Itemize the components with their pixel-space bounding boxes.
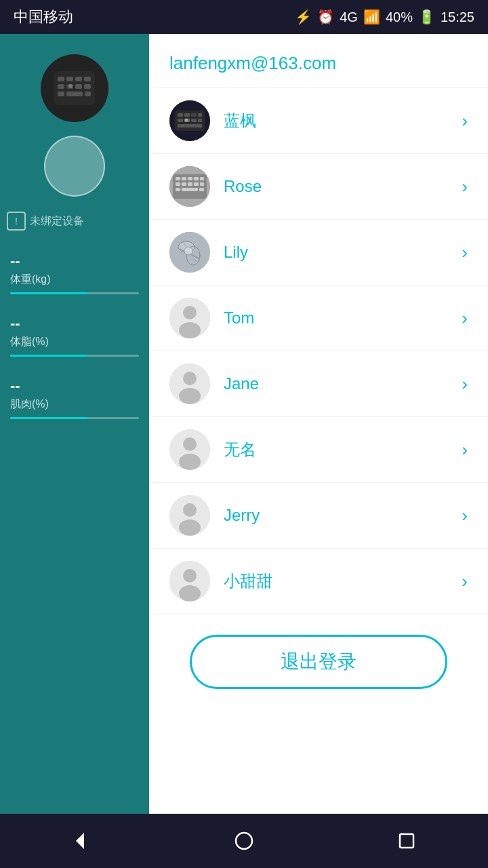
chevron-jerry: › [462, 505, 468, 526]
svg-rect-21 [191, 119, 197, 122]
tom-avatar-svg [169, 298, 210, 338]
logout-button[interactable]: 退出登录 [190, 635, 447, 689]
svg-point-12 [68, 84, 73, 88]
profile-name-jerry: Jerry [224, 506, 462, 525]
svg-rect-2 [66, 77, 73, 81]
time-display: 15:25 [441, 9, 474, 25]
chevron-xiaotiantian: › [462, 571, 468, 592]
svg-rect-37 [176, 188, 180, 191]
stat-fat: -- 体脂(%) [10, 315, 139, 357]
recents-button[interactable] [386, 821, 427, 861]
profile-item-rose[interactable]: Rose › [149, 154, 488, 220]
home-button[interactable] [224, 821, 264, 861]
profile-item-jerry[interactable]: Jerry › [149, 483, 488, 549]
svg-point-54 [179, 454, 201, 470]
svg-point-59 [183, 569, 197, 583]
battery-label: 40% [386, 9, 413, 25]
logout-section: 退出登录 [149, 614, 488, 703]
svg-rect-9 [58, 92, 64, 96]
avatar-xiaotiantian [169, 561, 210, 601]
svg-rect-63 [400, 834, 413, 848]
svg-point-60 [179, 585, 201, 601]
svg-rect-5 [58, 84, 64, 89]
svg-rect-31 [200, 177, 204, 180]
carrier-text: 中国移动 [14, 7, 73, 27]
svg-rect-18 [198, 113, 202, 117]
home-icon [232, 829, 256, 853]
chevron-jane: › [462, 374, 468, 395]
svg-rect-27 [176, 177, 180, 180]
avatar-tom [169, 298, 210, 338]
lily-avatar-svg [169, 232, 210, 273]
alarm-icon: ⏰ [317, 9, 334, 25]
avatar-rose [169, 166, 210, 207]
profile-name-wuming: 无名 [224, 439, 462, 460]
stat-weight: -- 体重(kg) [10, 252, 139, 294]
svg-rect-23 [178, 124, 202, 127]
account-panel: lanfengxm@163.com [149, 34, 488, 834]
muscle-bar [10, 417, 139, 419]
profile-name-lanfeng: 蓝枫 [224, 110, 462, 132]
profile-item-lily[interactable]: Lily › [149, 220, 488, 285]
svg-rect-11 [85, 92, 91, 96]
svg-rect-16 [184, 113, 190, 117]
svg-rect-4 [84, 77, 91, 81]
chevron-rose: › [462, 176, 468, 197]
muscle-label: 肌肉(%) [10, 397, 139, 412]
jane-avatar-svg [169, 363, 210, 404]
svg-rect-30 [194, 177, 199, 180]
avatar-lanfeng [169, 100, 210, 141]
svg-point-56 [183, 503, 197, 517]
svg-point-24 [185, 119, 188, 122]
weight-value: -- [10, 252, 139, 270]
chevron-lily: › [462, 242, 468, 263]
profile-name-lily: Lily [224, 243, 462, 262]
stat-muscle: -- 肌肉(%) [10, 377, 139, 419]
stats-section: -- 体重(kg) -- 体脂(%) -- 肌肉(%) [0, 239, 149, 453]
wuming-avatar-svg [169, 429, 210, 470]
avatar-jerry [169, 495, 210, 536]
svg-rect-22 [198, 119, 202, 122]
jerry-avatar-svg [169, 495, 210, 536]
svg-rect-7 [75, 84, 82, 89]
svg-rect-36 [200, 182, 204, 186]
profile-name-xiaotiantian: 小甜甜 [224, 570, 462, 592]
profile-name-rose: Rose [224, 177, 462, 196]
alert-text: 未绑定设备 [30, 214, 84, 229]
navigation-bar [0, 814, 488, 868]
svg-point-50 [183, 372, 197, 385]
profile-item-jane[interactable]: Jane › [149, 351, 488, 417]
svg-rect-34 [188, 182, 192, 186]
chevron-lanfeng: › [462, 111, 468, 132]
avatar-wuming [169, 429, 210, 470]
main-container: ! 未绑定设备 -- 体重(kg) -- 体脂(%) -- 肌肉(%) lanf… [0, 34, 488, 834]
svg-rect-39 [199, 188, 204, 191]
svg-rect-33 [182, 182, 186, 186]
status-bar: 中国移动 ⚡ ⏰ 4G 📶 40% 🔋 15:25 [0, 0, 488, 34]
profile-list: 蓝枫 › [149, 88, 488, 614]
signal-icon: 📶 [363, 9, 380, 25]
alert-icon: ! [7, 212, 26, 231]
rose-avatar-svg [169, 166, 210, 207]
account-email: lanfengxm@163.com [149, 34, 488, 88]
svg-rect-8 [84, 84, 91, 89]
svg-rect-28 [182, 177, 186, 180]
profile-item-lanfeng[interactable]: 蓝枫 › [149, 88, 488, 154]
profile-item-tom[interactable]: Tom › [149, 285, 488, 351]
svg-rect-1 [58, 77, 64, 81]
profile-item-xiaotiantian[interactable]: 小甜甜 › [149, 549, 488, 614]
svg-point-62 [236, 833, 252, 849]
alert-bar: ! 未绑定设备 [0, 203, 149, 239]
lanfeng-avatar-svg [169, 100, 210, 141]
recents-icon [394, 829, 419, 853]
svg-rect-35 [194, 182, 199, 186]
back-button[interactable] [61, 821, 102, 861]
svg-rect-10 [66, 92, 83, 96]
fat-label: 体脂(%) [10, 335, 139, 349]
avatar-jane [169, 363, 210, 404]
profile-item-wuming[interactable]: 无名 › [149, 417, 488, 483]
profile-name-tom: Tom [224, 309, 462, 328]
svg-rect-29 [188, 177, 192, 180]
fat-bar [10, 355, 139, 357]
chevron-wuming: › [462, 439, 468, 460]
